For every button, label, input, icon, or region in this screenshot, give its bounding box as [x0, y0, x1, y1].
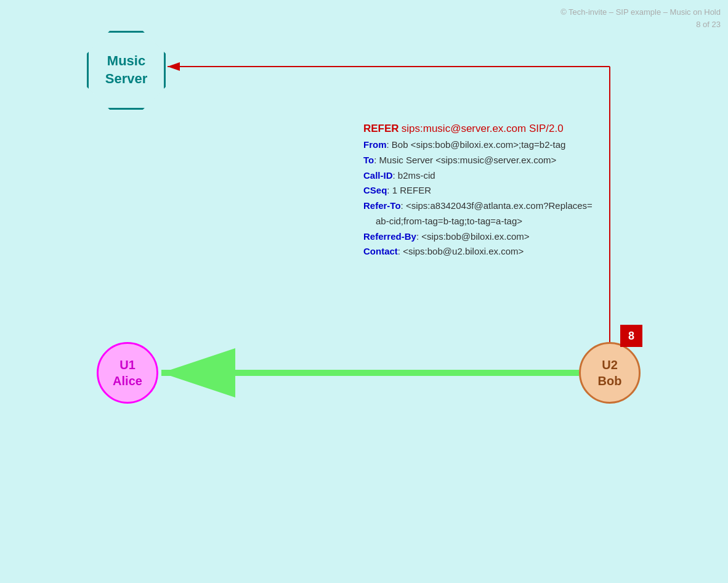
sip-from-line: From: Bob <sips:bob@biloxi.ex.com>;tag=b… [363, 137, 593, 153]
sip-to-value: : Music Server <sips:music@server.ex.com… [374, 155, 556, 165]
copyright-line1: © Tech-invite – SIP example – Music on H… [560, 6, 721, 18]
sip-callid-line: Call-ID: b2ms-cid [363, 168, 593, 184]
sip-callid-value: : b2ms-cid [393, 170, 435, 181]
sip-from-label: From [363, 139, 387, 150]
bob-name: Bob [598, 374, 622, 388]
sip-uri: sips:music@server.ex.com SIP/2.0 [402, 123, 564, 134]
sip-referto-line2: ab-cid;from-tag=b-tag;to-tag=a-tag> [363, 214, 593, 229]
sip-referto-value2: ab-cid;from-tag=b-tag;to-tag=a-tag> [376, 216, 522, 226]
sip-referredby-label: Referred-By [363, 231, 416, 242]
alice-id: U1 [119, 358, 135, 372]
sip-contact-label: Contact [363, 246, 398, 256]
sip-to-label: To [363, 155, 374, 165]
alice-circle: U1 Alice [97, 342, 158, 404]
sip-callid-label: Call-ID [363, 170, 393, 181]
sip-to-line: To: Music Server <sips:music@server.ex.c… [363, 153, 593, 168]
sip-from-value: : Bob <sips:bob@biloxi.ex.com>;tag=b2-ta… [387, 139, 566, 150]
sip-referto-label: Refer-To [363, 200, 401, 211]
sip-message-block: REFER sips:music@server.ex.com SIP/2.0 F… [363, 120, 593, 259]
sip-cseq-label: CSeq [363, 185, 387, 195]
alice-label: U1 Alice [113, 357, 142, 389]
sip-cseq-value: : 1 REFER [387, 185, 431, 195]
bob-id: U2 [602, 358, 618, 372]
sip-referredby-line: Referred-By: <sips:bob@biloxi.ex.com> [363, 229, 593, 245]
badge-number: 8 [628, 330, 634, 343]
sip-cseq-line: CSeq: 1 REFER [363, 183, 593, 198]
sip-referto-line1: Refer-To: <sips:a8342043f@atlanta.ex.com… [363, 198, 593, 214]
sip-contact-line: Contact: <sips:bob@u2.biloxi.ex.com> [363, 244, 593, 259]
sip-contact-value: : <sips:bob@u2.biloxi.ex.com> [398, 246, 524, 256]
copyright-line2: 8 of 23 [560, 18, 721, 31]
bob-circle: U2 Bob [579, 342, 641, 404]
music-server-shape: Music Server [87, 31, 166, 110]
alice-node: U1 Alice [97, 342, 158, 404]
music-server-label: Music Server [105, 52, 148, 88]
music-server-node: Music Server [87, 31, 166, 110]
bob-node: U2 Bob [579, 342, 641, 404]
sip-method: REFER [363, 123, 399, 134]
step-badge: 8 [620, 325, 642, 347]
bob-label: U2 Bob [598, 357, 622, 389]
sip-referto-value1: : <sips:a8342043f@atlanta.ex.com?Replace… [401, 200, 593, 211]
alice-name: Alice [113, 374, 142, 388]
sip-request-line: REFER sips:music@server.ex.com SIP/2.0 [363, 120, 593, 137]
sip-referredby-value: : <sips:bob@biloxi.ex.com> [416, 231, 530, 242]
copyright-text: © Tech-invite – SIP example – Music on H… [560, 6, 721, 30]
